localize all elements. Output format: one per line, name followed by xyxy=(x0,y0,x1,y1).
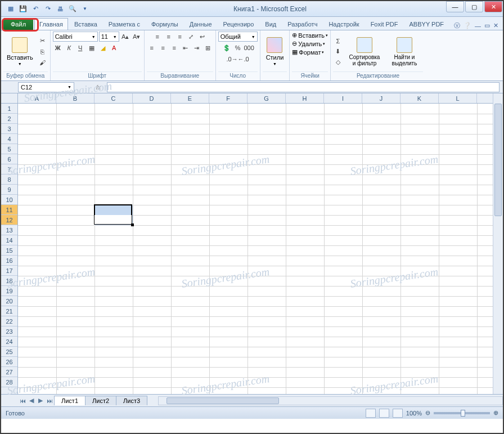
excel-icon[interactable]: ▦ xyxy=(6,4,16,14)
row-header[interactable]: 11 xyxy=(1,205,17,215)
zoom-slider[interactable] xyxy=(434,412,490,414)
redo-icon[interactable]: ↷ xyxy=(43,4,53,14)
align-top-icon[interactable]: ≡ xyxy=(152,32,163,42)
row-header[interactable]: 26 xyxy=(1,357,17,367)
sheet-tab[interactable]: Лист3 xyxy=(116,396,147,405)
qat-dropdown-icon[interactable]: ▼ xyxy=(80,4,90,14)
doc-restore-icon[interactable]: ▭ xyxy=(484,22,490,29)
styles-button[interactable]: Стили ▼ xyxy=(263,36,287,67)
number-format-select[interactable]: Общий▼ xyxy=(218,32,258,42)
increase-font-icon[interactable]: A▴ xyxy=(120,32,130,42)
decrease-decimal-icon[interactable]: ←.0 xyxy=(238,54,249,64)
align-left-icon[interactable]: ≡ xyxy=(147,43,157,53)
row-header[interactable]: 17 xyxy=(1,266,17,276)
autosum-icon[interactable]: Σ xyxy=(333,36,343,46)
file-tab[interactable]: Файл xyxy=(3,18,33,30)
active-cell[interactable] xyxy=(94,215,132,224)
row-header[interactable]: 14 xyxy=(1,235,17,245)
tab-data[interactable]: Данные xyxy=(184,18,217,30)
fill-icon[interactable]: ⬇ xyxy=(333,47,343,57)
tab-review[interactable]: Рецензиро xyxy=(218,18,259,30)
fx-icon[interactable]: fx xyxy=(93,84,104,91)
decrease-font-icon[interactable]: A▾ xyxy=(132,32,142,42)
italic-button[interactable]: К xyxy=(64,43,74,53)
normal-view-button[interactable] xyxy=(366,409,376,418)
row-header[interactable]: 6 xyxy=(1,154,17,164)
row-header[interactable]: 10 xyxy=(1,195,17,205)
row-header[interactable]: 18 xyxy=(1,276,17,286)
tab-home[interactable]: Главная xyxy=(34,18,68,30)
tab-nav-prev-icon[interactable]: ◀ xyxy=(27,396,36,405)
tab-abbyy[interactable]: ABBYY PDF xyxy=(404,18,449,30)
row-header[interactable]: 19 xyxy=(1,286,17,296)
column-header[interactable]: C xyxy=(94,93,133,103)
row-header[interactable]: 23 xyxy=(1,326,17,337)
row-header[interactable]: 3 xyxy=(1,124,17,134)
preview-icon[interactable]: 🔍 xyxy=(68,4,78,14)
currency-icon[interactable]: 💲 xyxy=(222,43,232,53)
row-header[interactable]: 7 xyxy=(1,164,17,175)
column-header[interactable]: H xyxy=(286,93,324,103)
underline-button[interactable]: Ч xyxy=(75,43,86,53)
column-header[interactable]: F xyxy=(209,93,248,103)
tab-nav-last-icon[interactable]: ⏭ xyxy=(45,396,54,405)
row-header[interactable]: 27 xyxy=(1,367,17,377)
fill-color-button[interactable]: ◢ xyxy=(98,43,108,53)
maximize-button[interactable]: ▢ xyxy=(465,1,483,12)
row-header[interactable]: 28 xyxy=(1,377,17,387)
close-button[interactable]: ✕ xyxy=(484,1,502,12)
find-select-button[interactable]: Найти и выделить xyxy=(386,36,423,68)
row-header[interactable]: 24 xyxy=(1,337,17,347)
merge-cells-icon[interactable]: ⊞ xyxy=(203,43,213,53)
column-header[interactable]: G xyxy=(248,93,286,103)
row-header[interactable]: 1 xyxy=(1,104,17,114)
print-icon[interactable]: 🖶 xyxy=(55,4,65,14)
row-header[interactable]: 22 xyxy=(1,316,17,326)
row-header[interactable]: 8 xyxy=(1,175,17,185)
scroll-thumb[interactable] xyxy=(166,397,279,404)
align-bottom-icon[interactable]: ≡ xyxy=(175,32,185,42)
formula-input[interactable] xyxy=(107,82,500,92)
undo-icon[interactable]: ↶ xyxy=(30,4,40,14)
increase-indent-icon[interactable]: ⇥ xyxy=(192,43,202,53)
tab-developer[interactable]: Разработч xyxy=(282,18,322,30)
horizontal-scrollbar[interactable] xyxy=(158,396,503,405)
tab-view[interactable]: Вид xyxy=(260,18,281,30)
orientation-icon[interactable]: ⤢ xyxy=(186,32,196,42)
row-header[interactable]: 15 xyxy=(1,245,17,256)
name-box[interactable]: C12▼ xyxy=(18,82,74,92)
tab-foxit[interactable]: Foxit PDF xyxy=(366,18,403,30)
zoom-in-button[interactable]: ⊕ xyxy=(493,409,498,417)
align-middle-icon[interactable]: ≡ xyxy=(164,32,174,42)
select-all-corner[interactable] xyxy=(1,93,18,104)
decrease-indent-icon[interactable]: ⇤ xyxy=(181,43,191,53)
row-header[interactable]: 5 xyxy=(1,144,17,154)
sort-filter-button[interactable]: Сортировка и фильтр xyxy=(344,36,385,68)
sheet-tab[interactable]: Лист2 xyxy=(85,396,116,405)
row-header[interactable]: 21 xyxy=(1,306,17,316)
row-header[interactable]: 13 xyxy=(1,225,17,235)
sheet-tab[interactable]: Лист1 xyxy=(54,396,86,405)
column-header[interactable]: D xyxy=(133,93,171,103)
clear-icon[interactable]: ◇ xyxy=(333,57,343,68)
copy-icon[interactable]: ⎘ xyxy=(38,47,48,57)
row-header[interactable]: 9 xyxy=(1,185,17,195)
wrap-text-icon[interactable]: ↩ xyxy=(197,32,208,42)
format-cells-button[interactable]: ▦Формат▾ xyxy=(292,48,324,56)
page-layout-view-button[interactable] xyxy=(379,409,389,418)
row-header[interactable]: 20 xyxy=(1,296,17,306)
tab-nav-next-icon[interactable]: ▶ xyxy=(36,396,45,405)
row-header[interactable]: 12 xyxy=(1,215,17,225)
doc-minimize-icon[interactable]: — xyxy=(475,23,481,29)
tab-formulas[interactable]: Формулы xyxy=(146,18,183,30)
row-header[interactable]: 16 xyxy=(1,256,17,266)
percent-icon[interactable]: % xyxy=(233,43,243,53)
vertical-scrollbar[interactable] xyxy=(493,93,503,394)
bold-button[interactable]: Ж xyxy=(53,43,63,53)
row-header[interactable]: 2 xyxy=(1,114,17,124)
scroll-thumb[interactable] xyxy=(494,104,502,216)
tab-layout[interactable]: Разметка с xyxy=(104,18,145,30)
row-header[interactable]: 25 xyxy=(1,347,17,357)
insert-cells-button[interactable]: ⊕Вставить▾ xyxy=(292,32,328,39)
border-button[interactable]: ▦ xyxy=(87,43,97,53)
